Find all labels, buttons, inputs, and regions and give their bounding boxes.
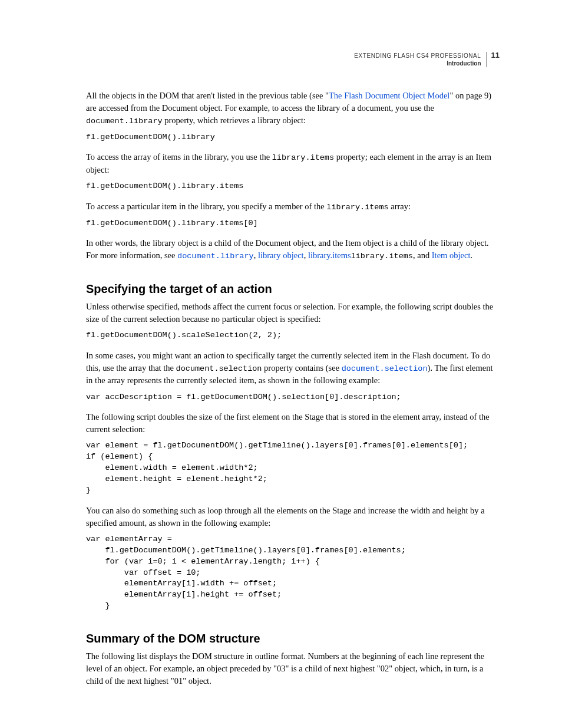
page: EXTENDING FLASH CS4 PROFESSIONAL Introdu… [0, 0, 562, 727]
text: array: [389, 202, 411, 211]
para-6: In some cases, you might want an action … [86, 350, 500, 387]
para-5: Unless otherwise specified, methods affe… [86, 301, 500, 325]
text: , [304, 251, 308, 260]
para-1: All the objects in the DOM that aren't l… [86, 90, 500, 127]
code-block-4: fl.getDocumentDOM().scaleSelection(2, 2)… [86, 330, 500, 341]
running-head: EXTENDING FLASH CS4 PROFESSIONAL Introdu… [86, 52, 500, 67]
code-inline: document.library [86, 117, 163, 126]
para-8: You can also do something such as loop t… [86, 505, 500, 529]
code-block-3: fl.getDocumentDOM().library.items[0] [86, 218, 500, 229]
link-library-items[interactable]: library.items [308, 251, 351, 260]
para-2: To access the array of items in the libr… [86, 151, 500, 176]
running-head-text: EXTENDING FLASH CS4 PROFESSIONAL Introdu… [354, 52, 486, 67]
para-3: To access a particular item in the libra… [86, 200, 500, 213]
code-inline: library.items [351, 252, 413, 261]
book-title: EXTENDING FLASH CS4 PROFESSIONAL [354, 52, 481, 60]
code-block-2: fl.getDocumentDOM().library.items [86, 181, 500, 192]
text: . [470, 251, 472, 260]
text: To access a particular item in the libra… [86, 202, 326, 211]
link-document-selection[interactable]: document.selection [342, 364, 428, 373]
para-4: In other words, the library object is a … [86, 237, 500, 262]
code-inline: document.selection [176, 364, 262, 373]
link-flash-dom[interactable]: The Flash Document Object Model [329, 91, 449, 100]
text: property, which retrieves a library obje… [163, 116, 306, 125]
code-block-6: var element = fl.getDocumentDOM().getTim… [86, 440, 500, 496]
text: , and [413, 251, 432, 260]
heading-specifying-target: Specifying the target of an action [86, 282, 500, 296]
link-library-object[interactable]: library object [258, 251, 304, 260]
para-9: The following list displays the DOM stru… [86, 650, 500, 687]
page-number: 11 [487, 51, 500, 59]
link-item-object[interactable]: Item object [432, 251, 471, 260]
code-block-7: var elementArray = fl.getDocumentDOM().g… [86, 534, 500, 612]
text: , [254, 251, 258, 260]
text: To access the array of items in the libr… [86, 152, 272, 162]
link-document-library[interactable]: document.library [177, 252, 254, 261]
text: All the objects in the DOM that aren't l… [86, 91, 329, 100]
code-block-5: var accDescription = fl.getDocumentDOM()… [86, 392, 500, 403]
text: property contains (see [262, 363, 341, 373]
code-block-1: fl.getDocumentDOM().library [86, 132, 500, 143]
chapter-title: Introduction [354, 60, 481, 67]
code-inline: library.items [326, 203, 388, 212]
heading-summary-dom: Summary of the DOM structure [86, 632, 500, 645]
para-7: The following script doubles the size of… [86, 411, 500, 436]
code-inline: library.items [272, 153, 334, 162]
